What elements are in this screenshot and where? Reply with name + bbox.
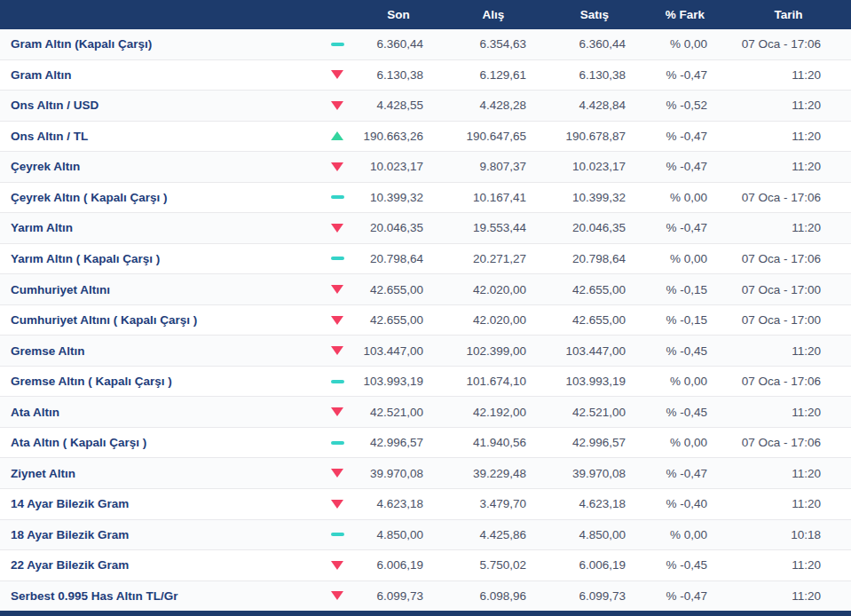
instrument-name: 14 Ayar Bilezik Gram [0,497,319,510]
gold-table-body: Gram Altın (Kapalı Çarşı)6.360,446.354,6… [0,29,851,611]
trend-down-icon [331,224,343,233]
cell-alis: 4.425,86 [442,528,545,541]
cell-fark: % -0,45 [644,406,726,419]
table-row[interactable]: Ziynet Altın39.970,0839.229,4839.970,08%… [0,458,851,489]
table-row[interactable]: Gremse Altın103.447,00102.399,00103.447,… [0,336,851,367]
cell-satis: 6.099,73 [545,589,644,603]
trend-indicator-cell [319,380,355,383]
cell-alis: 41.940,56 [442,436,545,449]
cell-son: 10.023,17 [355,160,442,173]
cell-fark: % -0,52 [644,99,726,112]
cell-alis: 5.750,02 [442,558,545,572]
trend-down-icon [331,500,343,509]
column-header-satis: Satış [545,8,644,21]
cell-tarih: 07 Oca - 17:00 [726,283,851,296]
cell-satis: 6.006,19 [545,558,644,572]
instrument-name: Cumhuriyet Altını ( Kapalı Çarşı ) [0,313,319,327]
table-row[interactable]: Çeyrek Altın10.023,179.807,3710.023,17% … [0,152,851,183]
column-header-son: Son [355,8,442,21]
cell-alis: 6.098,96 [442,589,545,603]
trend-indicator-cell [319,70,355,79]
cell-alis: 4.428,28 [442,99,545,112]
trend-down-icon [331,285,343,294]
trend-indicator-cell [319,469,355,478]
cell-fark: % -0,15 [644,283,726,296]
trend-indicator-cell [319,441,355,445]
cell-tarih: 07 Oca - 17:00 [726,313,851,327]
cell-satis: 42.996,57 [545,436,644,449]
cell-satis: 42.655,00 [545,313,644,327]
table-row[interactable]: Gram Altın (Kapalı Çarşı)6.360,446.354,6… [0,29,851,60]
trend-indicator-cell [319,316,355,325]
cell-tarih: 11:20 [726,344,851,358]
trend-indicator-cell [319,500,355,509]
cell-alis: 6.354,63 [442,37,545,51]
instrument-name: Çeyrek Altın [0,160,319,173]
column-header-alis: Alış [442,8,545,21]
cell-fark: % -0,47 [644,221,726,234]
instrument-name: Yarım Altın [0,221,319,234]
cell-fark: % -0,40 [644,497,726,510]
trend-indicator-cell [319,43,355,46]
trend-flat-icon [331,380,344,383]
instrument-name: Ata Altın ( Kapalı Çarşı ) [0,436,319,449]
table-row[interactable]: 22 Ayar Bilezik Gram6.006,195.750,026.00… [0,550,851,581]
trend-indicator-cell [319,224,355,233]
cell-tarih: 07 Oca - 17:06 [726,375,851,388]
cell-alis: 3.479,70 [442,497,545,510]
cell-tarih: 11:20 [726,467,851,480]
trend-down-icon [331,561,343,570]
table-row[interactable]: Ons Altın / USD4.428,554.428,284.428,84%… [0,91,851,122]
table-row[interactable]: Ata Altın42.521,0042.192,0042.521,00% -0… [0,397,851,428]
cell-satis: 4.428,84 [545,99,644,112]
trend-down-icon [331,469,343,478]
table-footer-bar [0,611,851,616]
instrument-name: Ziynet Altın [0,467,319,480]
table-row[interactable]: Gremse Altın ( Kapalı Çarşı )103.993,191… [0,367,851,398]
cell-satis: 42.521,00 [545,406,644,419]
cell-son: 42.655,00 [355,283,442,296]
table-row[interactable]: Ons Altın / TL190.663,26190.647,65190.67… [0,122,851,153]
table-row[interactable]: 14 Ayar Bilezik Gram4.623,183.479,704.62… [0,489,851,520]
table-row[interactable]: Serbest 0.995 Has Altın TL/Gr6.099,736.0… [0,581,851,612]
cell-son: 20.046,35 [355,221,442,234]
cell-satis: 103.447,00 [545,344,644,358]
instrument-name: Çeyrek Altın ( Kapalı Çarşı ) [0,191,319,204]
trend-indicator-cell [319,257,355,260]
table-row[interactable]: Yarım Altın20.046,3519.553,4420.046,35% … [0,213,851,244]
table-row[interactable]: Cumhuriyet Altını ( Kapalı Çarşı )42.655… [0,305,851,336]
trend-indicator-cell [319,407,355,416]
cell-tarih: 10:18 [726,528,851,541]
table-row[interactable]: 18 Ayar Bilezik Gram4.850,004.425,864.85… [0,520,851,551]
instrument-name: Yarım Altın ( Kapalı Çarşı ) [0,252,319,265]
cell-fark: % 0,00 [644,528,726,541]
instrument-name: 18 Ayar Bilezik Gram [0,528,319,541]
cell-tarih: 11:20 [726,406,851,419]
cell-fark: % -0,45 [644,558,726,572]
table-row[interactable]: Gram Altın6.130,386.129,616.130,38% -0,4… [0,60,851,91]
trend-down-icon [331,407,343,416]
cell-son: 42.655,00 [355,313,442,327]
trend-indicator-cell [319,101,355,110]
column-header-tarih: Tarih [726,8,851,21]
cell-son: 42.996,57 [355,436,442,449]
instrument-name: Gremse Altın [0,344,319,358]
trend-flat-icon [331,195,344,199]
trend-indicator-cell [319,195,355,199]
cell-satis: 42.655,00 [545,283,644,296]
cell-satis: 4.850,00 [545,528,644,541]
table-row[interactable]: Cumhuriyet Altını42.655,0042.020,0042.65… [0,274,851,305]
table-row[interactable]: Yarım Altın ( Kapalı Çarşı )20.798,6420.… [0,244,851,275]
table-row[interactable]: Ata Altın ( Kapalı Çarşı )42.996,5741.94… [0,428,851,459]
cell-alis: 19.553,44 [442,221,545,234]
cell-tarih: 11:20 [726,130,851,143]
cell-fark: % -0,15 [644,313,726,327]
cell-alis: 42.020,00 [442,313,545,327]
cell-fark: % -0,47 [644,589,726,603]
instrument-name: Ons Altın / USD [0,99,319,112]
instrument-name: Gremse Altın ( Kapalı Çarşı ) [0,375,319,388]
trend-down-icon [331,346,343,355]
cell-tarih: 11:20 [726,99,851,112]
trend-indicator-cell [319,561,355,570]
table-row[interactable]: Çeyrek Altın ( Kapalı Çarşı )10.399,3210… [0,183,851,214]
